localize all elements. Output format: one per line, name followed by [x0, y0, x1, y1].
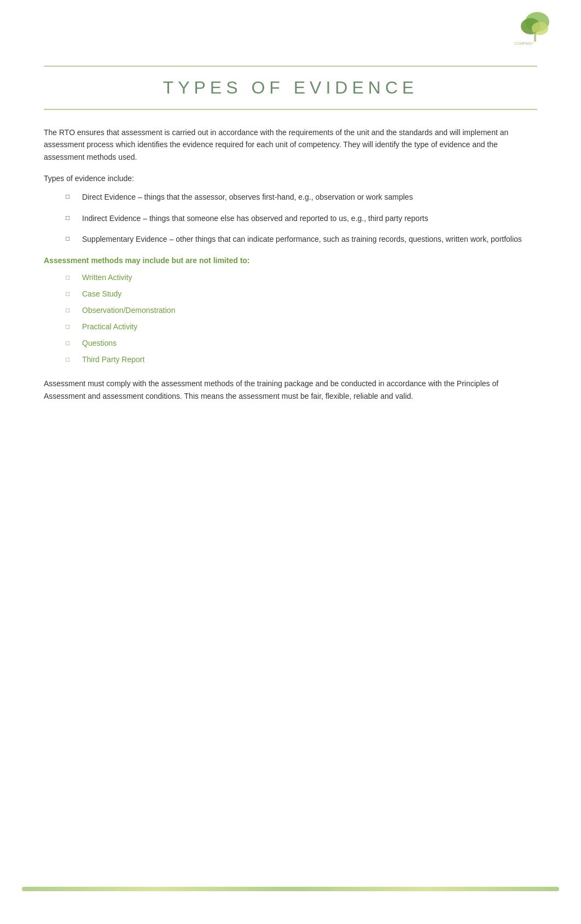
svg-rect-3	[534, 32, 536, 42]
header-bottom-line	[44, 109, 537, 110]
list-item: □ Direct Evidence – things that the asse…	[66, 191, 537, 203]
list-item: □ Observation/Demonstration	[66, 306, 537, 315]
header-top-line	[44, 66, 537, 67]
bullet-icon-3: □	[66, 234, 77, 244]
assessment-methods-list: □ Written Activity □ Case Study □ Observ…	[66, 273, 537, 364]
method-practical-activity: Practical Activity	[82, 322, 137, 331]
page-title: TYPES OF EVIDENCE	[44, 78, 537, 98]
page-container: COMPANY TYPES OF EVIDENCE The RTO ensure…	[0, 0, 581, 924]
green-bullet-icon-4: □	[66, 323, 77, 330]
list-item: □ Indirect Evidence – things that someon…	[66, 212, 537, 224]
method-written-activity: Written Activity	[82, 273, 132, 282]
list-item: □ Supplementary Evidence – other things …	[66, 233, 537, 245]
list-item: □ Practical Activity	[66, 322, 537, 331]
green-bullet-icon-5: □	[66, 339, 77, 347]
footer-bar	[22, 887, 559, 891]
green-bullet-icon-3: □	[66, 306, 77, 314]
method-observation: Observation/Demonstration	[82, 306, 175, 315]
closing-paragraph: Assessment must comply with the assessme…	[44, 377, 537, 402]
intro-paragraph: The RTO ensures that assessment is carri…	[44, 126, 537, 163]
assessment-heading: Assessment methods may include but are n…	[44, 256, 537, 265]
types-intro: Types of evidence include:	[44, 174, 537, 183]
evidence-item-3: Supplementary Evidence – other things th…	[82, 233, 537, 245]
bullet-icon-2: □	[66, 213, 77, 223]
method-case-study: Case Study	[82, 289, 121, 298]
evidence-item-2: Indirect Evidence – things that someone …	[82, 212, 537, 224]
svg-text:COMPANY: COMPANY	[514, 42, 533, 45]
list-item: □ Questions	[66, 339, 537, 347]
evidence-bullet-list: □ Direct Evidence – things that the asse…	[66, 191, 537, 245]
method-questions: Questions	[82, 339, 117, 347]
evidence-item-1: Direct Evidence – things that the assess…	[82, 191, 537, 203]
list-item: □ Written Activity	[66, 273, 537, 282]
logo-icon: COMPANY	[510, 11, 554, 47]
green-bullet-icon-6: □	[66, 356, 77, 363]
green-bullet-icon-1: □	[66, 274, 77, 281]
method-third-party-report: Third Party Report	[82, 355, 144, 364]
logo-area: COMPANY	[510, 11, 559, 49]
list-item: □ Third Party Report	[66, 355, 537, 364]
bullet-icon-1: □	[66, 191, 77, 202]
green-bullet-icon-2: □	[66, 290, 77, 298]
list-item: □ Case Study	[66, 289, 537, 298]
